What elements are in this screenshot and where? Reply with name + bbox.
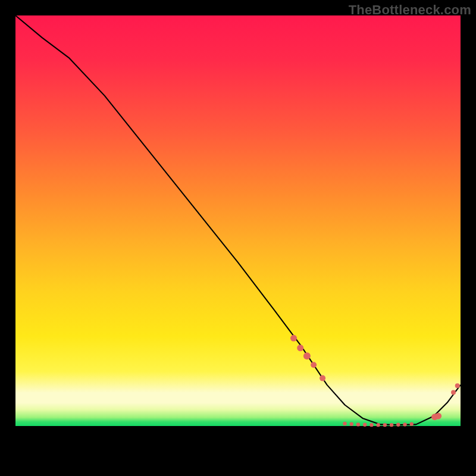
highlight-dot <box>369 423 373 427</box>
highlight-dot <box>297 345 303 351</box>
highlight-dot <box>451 390 456 395</box>
highlight-dot <box>376 423 380 427</box>
chart-container: TheBottleneck.com <box>0 0 476 476</box>
highlight-dot <box>303 352 311 359</box>
highlight-dots-group <box>290 335 460 427</box>
highlight-dot <box>410 422 414 425</box>
highlight-dot <box>311 362 317 368</box>
highlight-dot <box>350 422 353 425</box>
highlight-dot <box>435 413 441 419</box>
watermark-label: TheBottleneck.com <box>349 2 471 18</box>
chart-svg <box>15 15 461 461</box>
plot-area <box>15 15 461 461</box>
highlight-dot <box>290 335 297 342</box>
highlight-dot <box>343 422 346 425</box>
highlight-dot <box>363 423 367 427</box>
highlight-dot <box>383 423 387 427</box>
highlight-dot <box>396 423 400 427</box>
highlight-dot <box>320 375 325 381</box>
highlight-dot <box>455 383 460 388</box>
bottleneck-curve-path <box>15 15 461 425</box>
highlight-dot <box>403 422 406 426</box>
highlight-dot <box>356 422 360 426</box>
highlight-dot <box>390 423 393 427</box>
